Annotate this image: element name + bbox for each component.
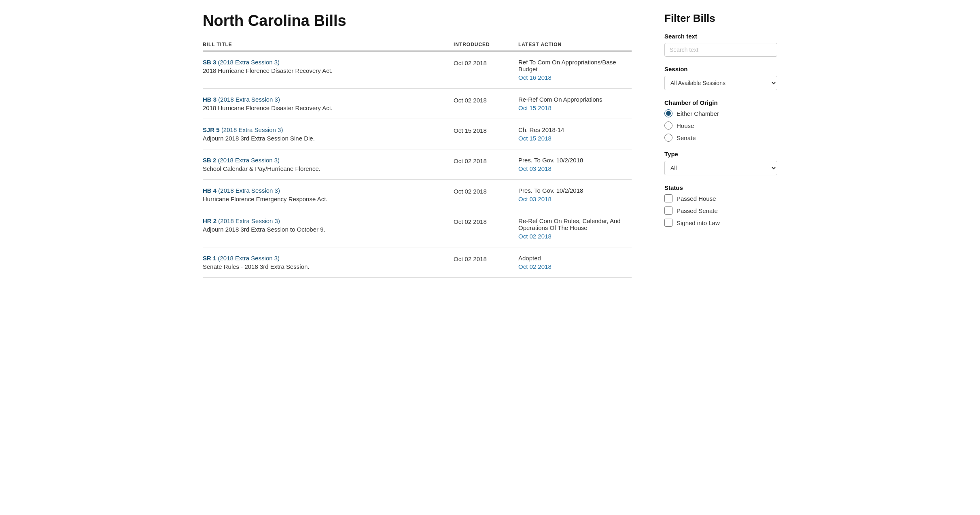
bill-session: (2018 Extra Session 3) bbox=[218, 217, 280, 224]
action-date: Oct 16 2018 bbox=[518, 74, 632, 81]
col-latest-action: Latest Action bbox=[518, 42, 632, 47]
action-date: Oct 15 2018 bbox=[518, 135, 632, 142]
latest-action: Pres. To Gov. 10/2/2018 Oct 03 2018 bbox=[518, 157, 632, 172]
introduced-date: Oct 02 2018 bbox=[454, 255, 518, 262]
bill-session: (2018 Extra Session 3) bbox=[218, 59, 280, 66]
chamber-radio-label: Senate bbox=[677, 134, 696, 141]
action-text: Re-Ref Com On Appropriations bbox=[518, 96, 632, 103]
bill-info: SB 3 (2018 Extra Session 3) 2018 Hurrica… bbox=[203, 59, 454, 74]
bill-session: (2018 Extra Session 3) bbox=[218, 157, 280, 164]
chamber-radio-item[interactable]: Senate bbox=[664, 134, 777, 142]
bill-session: (2018 Extra Session 3) bbox=[218, 96, 280, 103]
type-label: Type bbox=[664, 151, 777, 157]
latest-action: Adopted Oct 02 2018 bbox=[518, 255, 632, 270]
bill-title: 2018 Hurricane Florence Disaster Recover… bbox=[203, 104, 454, 111]
status-checkbox-group: Passed HousePassed SenateSigned into Law bbox=[664, 194, 777, 227]
action-date: Oct 02 2018 bbox=[518, 233, 632, 240]
action-text: Ref To Com On Appropriations/Base Budget bbox=[518, 59, 632, 72]
latest-action: Re-Ref Com On Rules, Calendar, And Opera… bbox=[518, 217, 632, 240]
session-select[interactable]: All Available Sessions2018 Extra Session… bbox=[664, 76, 777, 90]
status-section: Status Passed HousePassed SenateSigned i… bbox=[664, 184, 777, 227]
bill-title: Adjourn 2018 3rd Extra Session to Octobe… bbox=[203, 226, 454, 233]
bill-id-link[interactable]: HB 3 bbox=[203, 96, 216, 103]
action-date: Oct 03 2018 bbox=[518, 165, 632, 172]
action-date: Oct 03 2018 bbox=[518, 196, 632, 202]
type-section: Type AllBillsResolutionsJoint Resolution… bbox=[664, 151, 777, 175]
chamber-radio[interactable] bbox=[664, 134, 672, 142]
chamber-radio[interactable] bbox=[664, 121, 672, 130]
action-text: Re-Ref Com On Rules, Calendar, And Opera… bbox=[518, 217, 632, 231]
filter-title: Filter Bills bbox=[664, 12, 777, 25]
chamber-radio-label: House bbox=[677, 122, 694, 129]
table-row: SR 1 (2018 Extra Session 3) Senate Rules… bbox=[203, 247, 632, 278]
table-row: HB 4 (2018 Extra Session 3) Hurricane Fl… bbox=[203, 180, 632, 210]
bill-info: SJR 5 (2018 Extra Session 3) Adjourn 201… bbox=[203, 126, 454, 142]
status-checkbox-label: Signed into Law bbox=[677, 219, 720, 226]
action-date: Oct 15 2018 bbox=[518, 104, 632, 111]
type-select[interactable]: AllBillsResolutionsJoint Resolutions bbox=[664, 161, 777, 175]
introduced-date: Oct 02 2018 bbox=[454, 157, 518, 164]
bill-id-link[interactable]: SB 2 bbox=[203, 157, 216, 164]
search-input[interactable] bbox=[664, 43, 777, 57]
chamber-label: Chamber of Origin bbox=[664, 99, 777, 106]
bill-title: School Calendar & Pay/Hurricane Florence… bbox=[203, 165, 454, 172]
filter-sidebar: Filter Bills Search text Session All Ava… bbox=[648, 12, 777, 278]
bill-session: (2018 Extra Session 3) bbox=[218, 255, 280, 262]
latest-action: Ref To Com On Appropriations/Base Budget… bbox=[518, 59, 632, 81]
bill-title: 2018 Hurricane Florence Disaster Recover… bbox=[203, 67, 454, 74]
status-label: Status bbox=[664, 184, 777, 191]
action-text: Adopted bbox=[518, 255, 632, 262]
latest-action: Pres. To Gov. 10/2/2018 Oct 03 2018 bbox=[518, 187, 632, 202]
bill-id-link[interactable]: HB 4 bbox=[203, 187, 216, 194]
col-bill-title: Bill Title bbox=[203, 42, 454, 47]
status-checkbox-label: Passed House bbox=[677, 195, 716, 202]
table-row: SB 3 (2018 Extra Session 3) 2018 Hurrica… bbox=[203, 51, 632, 89]
action-text: Pres. To Gov. 10/2/2018 bbox=[518, 157, 632, 164]
chamber-radio-group: Either ChamberHouseSenate bbox=[664, 109, 777, 142]
chamber-radio[interactable] bbox=[664, 109, 672, 117]
table-header: Bill Title Introduced Latest Action bbox=[203, 42, 632, 51]
introduced-date: Oct 02 2018 bbox=[454, 217, 518, 225]
search-section: Search text bbox=[664, 33, 777, 57]
bill-id-link[interactable]: SR 1 bbox=[203, 255, 216, 262]
session-section: Session All Available Sessions2018 Extra… bbox=[664, 66, 777, 90]
bill-info: HR 2 (2018 Extra Session 3) Adjourn 2018… bbox=[203, 217, 454, 233]
introduced-date: Oct 02 2018 bbox=[454, 59, 518, 66]
latest-action: Ch. Res 2018-14 Oct 15 2018 bbox=[518, 126, 632, 142]
table-row: HR 2 (2018 Extra Session 3) Adjourn 2018… bbox=[203, 210, 632, 247]
bill-id-link[interactable]: SJR 5 bbox=[203, 126, 220, 133]
chamber-radio-item[interactable]: Either Chamber bbox=[664, 109, 777, 117]
chamber-radio-label: Either Chamber bbox=[677, 110, 719, 117]
bill-id-link[interactable]: HR 2 bbox=[203, 217, 216, 224]
introduced-date: Oct 15 2018 bbox=[454, 126, 518, 134]
action-text: Ch. Res 2018-14 bbox=[518, 126, 632, 133]
search-label: Search text bbox=[664, 33, 777, 40]
main-content: North Carolina Bills Bill Title Introduc… bbox=[203, 12, 648, 278]
chamber-radio-item[interactable]: House bbox=[664, 121, 777, 130]
latest-action: Re-Ref Com On Appropriations Oct 15 2018 bbox=[518, 96, 632, 111]
action-date: Oct 02 2018 bbox=[518, 263, 632, 270]
table-row: SJR 5 (2018 Extra Session 3) Adjourn 201… bbox=[203, 119, 632, 149]
introduced-date: Oct 02 2018 bbox=[454, 187, 518, 195]
bill-table: SB 3 (2018 Extra Session 3) 2018 Hurrica… bbox=[203, 51, 632, 278]
bill-session: (2018 Extra Session 3) bbox=[221, 126, 283, 133]
bill-title: Adjourn 2018 3rd Extra Session Sine Die. bbox=[203, 135, 454, 142]
status-checkbox[interactable] bbox=[664, 206, 672, 215]
action-text: Pres. To Gov. 10/2/2018 bbox=[518, 187, 632, 194]
bill-id-link[interactable]: SB 3 bbox=[203, 59, 216, 66]
bill-info: SB 2 (2018 Extra Session 3) School Calen… bbox=[203, 157, 454, 172]
table-row: HB 3 (2018 Extra Session 3) 2018 Hurrica… bbox=[203, 89, 632, 119]
bill-info: HB 4 (2018 Extra Session 3) Hurricane Fl… bbox=[203, 187, 454, 202]
page-title: North Carolina Bills bbox=[203, 12, 632, 30]
bill-title: Hurricane Florence Emergency Response Ac… bbox=[203, 196, 454, 202]
status-checkbox-item[interactable]: Passed Senate bbox=[664, 206, 777, 215]
bill-info: HB 3 (2018 Extra Session 3) 2018 Hurrica… bbox=[203, 96, 454, 111]
status-checkbox-item[interactable]: Passed House bbox=[664, 194, 777, 202]
chamber-section: Chamber of Origin Either ChamberHouseSen… bbox=[664, 99, 777, 142]
col-introduced: Introduced bbox=[454, 42, 518, 47]
status-checkbox[interactable] bbox=[664, 194, 672, 202]
bill-title: Senate Rules - 2018 3rd Extra Session. bbox=[203, 263, 454, 270]
status-checkbox[interactable] bbox=[664, 219, 672, 227]
table-row: SB 2 (2018 Extra Session 3) School Calen… bbox=[203, 149, 632, 180]
status-checkbox-item[interactable]: Signed into Law bbox=[664, 219, 777, 227]
